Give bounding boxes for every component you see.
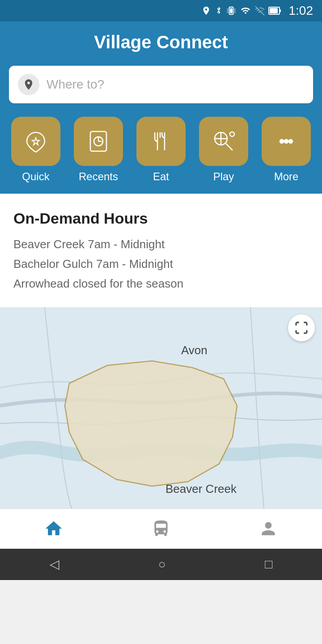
- search-bar[interactable]: Where to?: [9, 66, 313, 103]
- bottom-navigation: [0, 508, 322, 549]
- more-icon-box: [262, 117, 311, 166]
- android-home-button[interactable]: ○: [140, 553, 184, 576]
- category-play[interactable]: Play: [199, 117, 248, 183]
- android-back-button[interactable]: ◁: [32, 552, 77, 576]
- app-header: Village Connect: [0, 21, 322, 61]
- nav-home[interactable]: [30, 514, 77, 543]
- svg-line-22: [225, 143, 233, 150]
- on-demand-title: On-Demand Hours: [13, 210, 309, 227]
- category-bar: Quick Recents Eat: [0, 112, 322, 194]
- svg-point-24: [280, 140, 284, 143]
- map-label-avon: Avon: [181, 343, 208, 357]
- recents-icon-box: [74, 117, 123, 166]
- quick-label: Quick: [22, 170, 49, 183]
- svg-point-25: [284, 140, 288, 143]
- play-icon-box: [199, 117, 248, 166]
- app-title: Village Connect: [9, 32, 313, 52]
- svg-rect-9: [280, 9, 281, 12]
- on-demand-line-3: Arrowhead closed for the season: [13, 274, 309, 293]
- category-quick[interactable]: Quick: [11, 117, 60, 183]
- more-label: More: [274, 170, 299, 183]
- recents-label: Recents: [79, 170, 118, 183]
- map-svg: Avon Beaver Creek: [0, 307, 322, 508]
- map-label-beaver-creek: Beaver Creek: [165, 482, 237, 496]
- category-recents[interactable]: Recents: [74, 117, 123, 183]
- search-location-icon: [18, 74, 39, 95]
- status-time: 1:02: [289, 4, 314, 18]
- status-bar: 1:02: [0, 0, 322, 21]
- on-demand-line-1: Beaver Creek 7am - Midnight: [13, 234, 309, 254]
- svg-point-26: [289, 140, 292, 143]
- quick-icon-box: [11, 117, 60, 166]
- nav-bus[interactable]: [138, 514, 184, 543]
- on-demand-section: On-Demand Hours Beaver Creek 7am - Midni…: [0, 194, 322, 307]
- category-more[interactable]: More: [262, 117, 311, 183]
- map-container[interactable]: Avon Beaver Creek: [0, 307, 322, 508]
- play-label: Play: [213, 170, 234, 183]
- svg-rect-1: [230, 8, 233, 13]
- on-demand-line-2: Bachelor Gulch 7am - Midnight: [13, 254, 309, 274]
- android-nav-bar: ◁ ○ □: [0, 549, 322, 580]
- map-expand-button[interactable]: [288, 314, 315, 341]
- eat-label: Eat: [153, 170, 169, 183]
- svg-rect-10: [270, 8, 278, 13]
- search-input[interactable]: Where to?: [47, 77, 104, 92]
- search-container: Where to?: [0, 61, 322, 112]
- on-demand-text: Beaver Creek 7am - Midnight Bachelor Gul…: [13, 234, 309, 294]
- android-recents-button[interactable]: □: [247, 553, 290, 576]
- nav-profile[interactable]: [245, 514, 292, 543]
- eat-icon-box: [136, 117, 186, 166]
- svg-point-23: [230, 132, 234, 136]
- status-icons: 1:02: [201, 4, 314, 18]
- category-eat[interactable]: Eat: [136, 117, 186, 183]
